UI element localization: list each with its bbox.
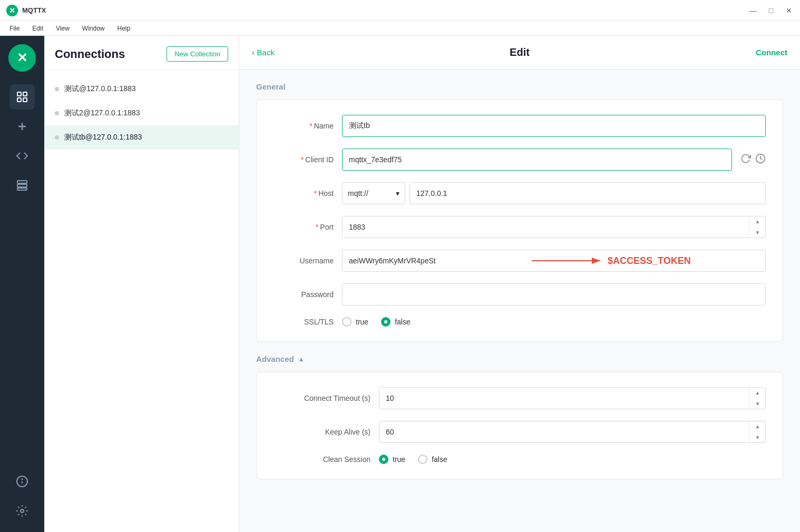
sidebar-item-settings[interactable]: [9, 498, 35, 524]
close-button[interactable]: ✕: [784, 6, 794, 15]
connect-timeout-decrement[interactable]: ▼: [749, 398, 766, 409]
connection-list: 测试@127.0.0.1:1883 测试2@127.0.0.1:1883 测试t…: [44, 71, 239, 532]
clean-session-true-radio[interactable]: [379, 455, 388, 464]
username-row: Username: [274, 250, 766, 272]
app-logo: ✕: [6, 5, 18, 16]
menu-bar: File Edit View Window Help: [0, 21, 800, 36]
connection-name-3: 测试tb@127.0.0.1:1883: [64, 133, 142, 142]
sidebar-item-storage[interactable]: [9, 173, 35, 198]
clean-session-radio-group: true false: [379, 455, 447, 464]
svg-rect-6: [17, 98, 21, 102]
keep-alive-decrement[interactable]: ▼: [749, 432, 766, 443]
port-required-star: *: [316, 223, 318, 231]
ssl-tls-row: SSL/TLS true false: [274, 317, 766, 327]
username-input[interactable]: [342, 250, 766, 272]
connect-timeout-label: Connect Timeout (s): [274, 394, 379, 402]
port-input-wrap: ▲ ▼: [342, 216, 766, 238]
svg-rect-7: [23, 98, 27, 102]
maximize-button[interactable]: □: [766, 6, 776, 15]
client-id-required-star: *: [301, 155, 304, 164]
advanced-section-label: Advanced: [256, 354, 294, 363]
svg-rect-12: [17, 188, 27, 190]
menu-window[interactable]: Window: [77, 24, 110, 33]
menu-help[interactable]: Help: [112, 24, 136, 33]
sidebar-item-info[interactable]: [9, 469, 35, 494]
clean-session-true-option[interactable]: true: [379, 455, 405, 464]
keep-alive-input[interactable]: [379, 421, 766, 443]
connection-status-dot-1: [55, 87, 59, 91]
svg-rect-10: [17, 181, 27, 183]
ssl-false-label: false: [395, 318, 411, 326]
menu-edit[interactable]: Edit: [27, 24, 48, 33]
menu-file[interactable]: File: [4, 24, 25, 33]
back-chevron-icon: ‹: [252, 48, 255, 57]
new-collection-button[interactable]: New Collection: [167, 46, 228, 62]
client-id-label: *Client ID: [274, 155, 342, 164]
clean-session-false-label: false: [432, 455, 447, 464]
refresh-client-id-button[interactable]: [740, 153, 751, 166]
client-id-actions: [740, 153, 766, 166]
connect-timeout-row: Connect Timeout (s) ▲ ▼: [274, 387, 766, 409]
connection-item-3[interactable]: 测试tb@127.0.0.1:1883: [44, 125, 239, 150]
client-id-row: *Client ID: [274, 149, 766, 171]
app-title: MQTTX: [22, 6, 748, 14]
clean-session-row: Clean Session true false: [274, 455, 766, 464]
connection-item-2[interactable]: 测试2@127.0.0.1:1883: [44, 101, 239, 125]
connect-timeout-increment[interactable]: ▲: [749, 387, 766, 398]
sidebar-item-connections[interactable]: [9, 84, 35, 110]
name-label: *Name: [274, 122, 342, 130]
connect-button[interactable]: Connect: [756, 48, 787, 57]
ssl-true-option[interactable]: true: [342, 317, 368, 327]
minimize-button[interactable]: —: [748, 6, 758, 15]
edit-body: General *Name *Client ID: [239, 70, 800, 532]
svg-rect-4: [17, 92, 21, 96]
title-bar: ✕ MQTTX — □ ✕: [0, 0, 800, 21]
sidebar-item-add[interactable]: [9, 114, 35, 139]
connect-timeout-input[interactable]: [379, 387, 766, 409]
port-spinners: ▲ ▼: [749, 216, 766, 238]
port-decrement-button[interactable]: ▼: [749, 227, 766, 238]
password-input[interactable]: [342, 283, 766, 306]
app-body: ✕: [0, 36, 800, 532]
ssl-true-radio[interactable]: [342, 317, 352, 327]
connect-timeout-wrap: ▲ ▼: [379, 387, 766, 409]
connection-status-dot-3: [55, 135, 59, 140]
advanced-toggle-icon[interactable]: ▲: [298, 356, 305, 363]
clean-session-label: Clean Session: [274, 455, 379, 464]
ssl-tls-radio-group: true false: [342, 317, 411, 327]
edit-header: ‹ Back Edit Connect: [239, 36, 800, 70]
host-row: *Host mqtt:// ▾: [274, 182, 766, 204]
sidebar-logo[interactable]: ✕: [8, 44, 36, 72]
svg-text:✕: ✕: [9, 6, 15, 15]
password-label: Password: [274, 290, 342, 299]
connection-item-1[interactable]: 测试@127.0.0.1:1883: [44, 77, 239, 101]
advanced-form-card: Connect Timeout (s) ▲ ▼ Keep Alive (s): [256, 372, 783, 479]
name-row: *Name: [274, 115, 766, 137]
host-label: *Host: [274, 189, 342, 198]
password-row: Password: [274, 283, 766, 306]
menu-view[interactable]: View: [51, 24, 75, 33]
svg-rect-11: [17, 184, 27, 187]
edit-page-title: Edit: [510, 46, 530, 58]
name-input[interactable]: [342, 115, 766, 137]
back-button[interactable]: ‹ Back: [252, 48, 275, 57]
clean-session-false-radio[interactable]: [418, 455, 427, 464]
client-id-input[interactable]: [342, 149, 732, 171]
timestamp-client-id-button[interactable]: [755, 153, 766, 166]
ssl-false-option[interactable]: false: [381, 317, 411, 327]
connection-status-dot-2: [55, 111, 59, 115]
port-input[interactable]: [342, 216, 766, 238]
ssl-tls-label: SSL/TLS: [274, 318, 342, 326]
ssl-false-radio[interactable]: [381, 317, 391, 327]
ssl-true-label: true: [356, 318, 368, 326]
keep-alive-increment[interactable]: ▲: [749, 421, 766, 432]
connection-name-1: 测试@127.0.0.1:1883: [64, 84, 136, 94]
clean-session-false-option[interactable]: false: [418, 455, 447, 464]
svg-text:✕: ✕: [17, 51, 27, 65]
host-input[interactable]: [409, 182, 766, 204]
port-increment-button[interactable]: ▲: [749, 216, 766, 227]
sidebar-item-code[interactable]: [9, 143, 35, 169]
host-protocol-select[interactable]: mqtt:// ▾: [342, 182, 405, 204]
host-required-star: *: [314, 189, 317, 198]
connection-name-2: 测试2@127.0.0.1:1883: [64, 109, 140, 118]
